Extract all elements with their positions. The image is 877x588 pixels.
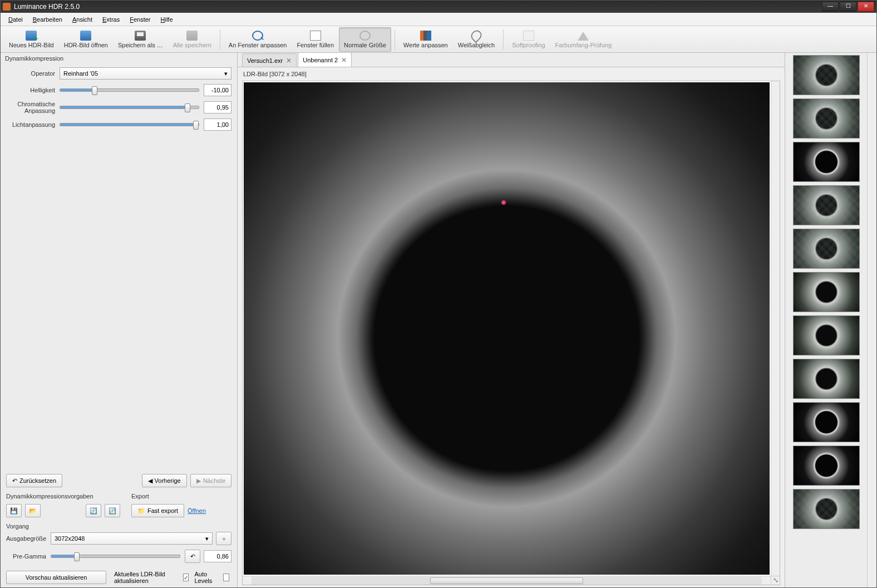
tb-new-hdr[interactable]: Neues HDR-Bild	[4, 27, 59, 52]
thumbnail[interactable]	[793, 55, 860, 95]
light-value[interactable]: 1,00	[204, 118, 231, 131]
toolbar-separator	[395, 29, 395, 50]
arrow-right-icon: ▶	[196, 477, 201, 485]
chevron-down-icon: ▾	[205, 535, 209, 542]
main-body: Dynamikkompression Operator Reinhard '05…	[1, 53, 876, 587]
zoom-fit-icon	[252, 31, 263, 41]
fill-window-icon	[310, 31, 321, 41]
chevron-down-icon: ▾	[224, 70, 228, 77]
thumbnail[interactable]	[793, 359, 860, 399]
chromatic-slider[interactable]	[60, 106, 199, 109]
autolevels-checkbox[interactable]	[223, 574, 229, 581]
refresh-icon: 🔄	[90, 507, 97, 515]
update-preview-button[interactable]: Vorschau aktualisieren	[6, 571, 106, 584]
tb-fill-window[interactable]: Fenster füllen	[292, 27, 339, 52]
add-size-button[interactable]: ＋	[216, 532, 231, 545]
preset-refresh-button[interactable]: 🔄	[86, 504, 101, 517]
thumbnail[interactable]	[793, 315, 860, 355]
prev-button[interactable]: ◀Vorherige	[142, 474, 187, 487]
left-panel: Dynamikkompression Operator Reinhard '05…	[1, 53, 238, 587]
tb-fit-window[interactable]: An Fenster anpassen	[224, 27, 292, 52]
process-header: Vorgang	[1, 521, 237, 531]
tb-gamut-check[interactable]: Farbumfang-Prüfung	[550, 27, 617, 52]
resize-grip-icon[interactable]: ⤡	[771, 576, 780, 585]
close-icon[interactable]: ✕	[341, 56, 347, 64]
tb-normal-size[interactable]: Normale Größe	[339, 27, 391, 52]
reset-button[interactable]: ↶Zurücksetzen	[6, 474, 62, 487]
outsize-select[interactable]: 3072x2048 ▾	[51, 532, 213, 545]
toolbar-separator	[503, 29, 504, 50]
outsize-label: Ausgabegröße	[6, 535, 51, 542]
update-ldr-checkbox[interactable]	[183, 574, 189, 581]
softproof-icon	[523, 31, 534, 41]
brightness-label: Helligkeit	[6, 87, 60, 93]
tb-white-balance[interactable]: Weißabgleich	[453, 27, 500, 52]
eclipse-image	[244, 82, 770, 575]
thumbnail[interactable]	[793, 446, 860, 486]
menu-bearbeiten[interactable]: Bearbeiten	[28, 15, 67, 24]
brightness-value[interactable]: -10,00	[204, 84, 231, 96]
close-icon[interactable]: ✕	[286, 57, 292, 65]
tb-open-hdr[interactable]: HDR-Bild öffnen	[59, 27, 113, 52]
update-ldr-label: Aktuelles LDR-Bild aktualisieren	[114, 571, 178, 584]
thumbnail[interactable]	[793, 98, 860, 139]
scrollbar-vertical[interactable]	[771, 81, 780, 576]
preset-reload-button[interactable]: 🔃	[105, 504, 120, 517]
pregamma-slider[interactable]	[51, 555, 180, 558]
thumbnail[interactable]	[793, 272, 860, 312]
thumbnail[interactable]	[793, 229, 860, 269]
chromatic-value[interactable]: 0,95	[204, 101, 231, 113]
next-button[interactable]: ▶Nächste	[190, 474, 231, 487]
preset-save-button[interactable]: 💾	[6, 504, 22, 517]
scrollbar-horizontal[interactable]	[243, 576, 771, 585]
operator-select[interactable]: Reinhard '05 ▾	[60, 67, 231, 80]
center-panel: Versuch1.exr✕ Unbenannt 2✕ LDR-Bild [307…	[238, 53, 785, 587]
light-label: Lichtanpassung	[6, 121, 60, 128]
save-icon	[135, 31, 146, 41]
thumbnail-strip	[785, 53, 867, 587]
outsize-value: 3072x2048	[55, 535, 85, 542]
light-slider[interactable]	[60, 123, 199, 126]
open-hdr-icon	[80, 31, 91, 41]
tb-save-as[interactable]: Speichern als …	[113, 27, 168, 52]
export-header: Export	[126, 491, 237, 501]
image-canvas[interactable]: ⤡	[242, 81, 780, 585]
fast-export-button[interactable]: 📁Fast export	[131, 504, 184, 517]
pregamma-label: Pre-Gamma	[6, 553, 51, 560]
arrow-left-icon: ◀	[148, 477, 152, 485]
menu-ansicht[interactable]: Ansicht	[68, 15, 97, 24]
menu-fenster[interactable]: Fenster	[125, 15, 155, 24]
menu-datei[interactable]: Datei	[4, 15, 27, 24]
thumbnail[interactable]	[793, 185, 860, 225]
menu-bar: Datei Bearbeiten Ansicht Extras Fenster …	[1, 13, 876, 26]
tb-save-all[interactable]: Alle speichern	[168, 27, 216, 52]
minimize-button[interactable]: —	[822, 2, 839, 12]
thumbnail[interactable]	[793, 402, 860, 442]
thumbnail[interactable]	[793, 489, 860, 529]
presets-header: Dynamikkompressionsvorgaben	[1, 491, 126, 501]
new-hdr-icon	[26, 31, 37, 41]
preset-open-button[interactable]: 📂	[25, 504, 41, 517]
close-button[interactable]: ✕	[858, 2, 874, 12]
folder-icon: 📂	[29, 507, 37, 515]
tab-versuch1[interactable]: Versuch1.exr✕	[242, 53, 297, 67]
panel-title: Dynamikkompression	[1, 53, 237, 64]
menu-hilfe[interactable]: Hilfe	[156, 15, 178, 24]
open-link[interactable]: Öffnen	[188, 507, 206, 514]
scrollbar-vertical[interactable]	[867, 53, 876, 587]
levels-icon	[420, 31, 431, 41]
operator-value: Reinhard '05	[63, 70, 98, 77]
tb-softproofing[interactable]: Softproofing	[507, 27, 550, 52]
maximize-button[interactable]: ☐	[840, 2, 856, 12]
main-toolbar: Neues HDR-Bild HDR-Bild öffnen Speichern…	[1, 26, 876, 53]
pregamma-reset-button[interactable]: ↶	[185, 550, 200, 563]
tab-unbenannt2[interactable]: Unbenannt 2✕	[298, 52, 352, 67]
brightness-slider[interactable]	[60, 88, 199, 92]
export-icon: 📁	[137, 507, 145, 515]
thumbnail[interactable]	[793, 142, 860, 182]
menu-extras[interactable]: Extras	[98, 15, 124, 24]
pregamma-value[interactable]: 0,86	[204, 550, 231, 562]
tb-adjust-levels[interactable]: Werte anpassen	[398, 27, 453, 52]
gamut-icon	[578, 31, 589, 41]
reload-icon: 🔃	[109, 507, 116, 515]
